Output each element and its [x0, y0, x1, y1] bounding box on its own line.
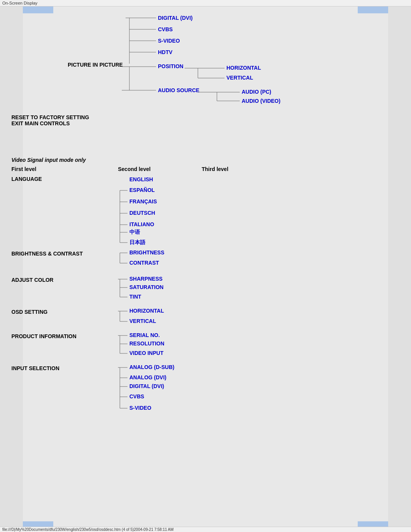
- section1: DIGITAL (DVI) CVBS S-VIDEO HDTV PICTURE …: [11, 14, 400, 126]
- osd-setting-row: OSD SETTING HORIZONTAL VERTICAL: [11, 308, 400, 330]
- input-selection-row: INPUT SELECTION ANALOG (D-SUB) ANALOG (D…: [11, 364, 400, 415]
- column-headers: First level Second level Third level: [11, 166, 400, 172]
- adjust-color-label: ADJUST COLOR: [11, 277, 53, 283]
- input-selection-label: INPUT SELECTION: [11, 365, 59, 371]
- product-info-first: PRODUCT INFORMATION: [11, 332, 118, 339]
- svg-text:BRIGHTNESS: BRIGHTNESS: [129, 250, 164, 256]
- hdtv-text: HDTV: [158, 49, 173, 55]
- brightness-row: BRIGHTNESS & CONTRAST BRIGHTNESS CONTRAS…: [11, 250, 400, 274]
- product-info-tree: SERIAL NO. RESOLUTION VIDEO INPUT: [118, 332, 202, 361]
- col-second-header: Second level: [118, 166, 202, 172]
- language-tree: ENGLISH ESPAÑOL FRANÇAIS DEUTSCH ITALIAN…: [118, 176, 202, 246]
- input-selection-first: INPUT SELECTION: [11, 364, 118, 371]
- product-info-second: SERIAL NO. RESOLUTION VIDEO INPUT: [118, 332, 202, 362]
- section2: Video Signal input mode only First level…: [11, 157, 400, 415]
- position-label: POSITION: [158, 63, 183, 69]
- adjust-color-row: ADJUST COLOR SHARPNESS SATURATION TINT: [11, 276, 400, 306]
- audio-pc-text: AUDIO (PC): [242, 89, 271, 95]
- status-text: file:///D|/My%20Documents/dfu/230W/engli…: [2, 527, 174, 532]
- osd-tree: HORIZONTAL VERTICAL: [118, 308, 202, 329]
- vertical-text: VERTICAL: [226, 75, 253, 81]
- svg-text:VERTICAL: VERTICAL: [129, 318, 156, 324]
- adjust-color-first: ADJUST COLOR: [11, 276, 118, 283]
- adjust-color-second: SHARPNESS SATURATION TINT: [118, 276, 202, 306]
- osd-setting-first: OSD SETTING: [11, 308, 118, 315]
- col-third-header: Third level: [202, 166, 278, 172]
- mode-note-text: Video Signal input mode only: [11, 157, 86, 163]
- adjust-color-tree: SHARPNESS SATURATION TINT: [118, 276, 202, 305]
- brightness-tree: BRIGHTNESS CONTRAST: [118, 250, 202, 273]
- section1-tree: DIGITAL (DVI) CVBS S-VIDEO HDTV PICTURE …: [11, 14, 335, 128]
- col-first-text: First level: [11, 166, 36, 172]
- svg-text:ENGLISH: ENGLISH: [129, 176, 153, 182]
- col-second-text: Second level: [118, 166, 151, 172]
- svg-text:ESPAÑOL: ESPAÑOL: [129, 187, 155, 193]
- product-info-label: PRODUCT INFORMATION: [11, 333, 76, 339]
- exit-label: EXIT MAIN CONTROLS: [11, 120, 70, 126]
- svg-text:DIGITAL (DVI): DIGITAL (DVI): [129, 383, 164, 389]
- input-selection-second: ANALOG (D-SUB) ANALOG (DVI) DIGITAL (DVI…: [118, 364, 202, 415]
- svg-text:SHARPNESS: SHARPNESS: [129, 276, 162, 282]
- svg-text:ANALOG (DVI): ANALOG (DVI): [129, 374, 166, 380]
- spacer: [11, 126, 400, 157]
- svg-text:SERIAL NO.: SERIAL NO.: [129, 332, 160, 338]
- reset-label: RESET TO FACTORY SETTING: [11, 114, 89, 120]
- product-info-row: PRODUCT INFORMATION SERIAL NO. RESOLUTIO…: [11, 332, 400, 362]
- title-bar: On-Screen Display: [0, 0, 411, 6]
- input-selection-tree: ANALOG (D-SUB) ANALOG (DVI) DIGITAL (DVI…: [118, 364, 202, 414]
- pip-label: PICTURE IN PICTURE: [68, 62, 123, 68]
- horizontal-text: HORIZONTAL: [226, 65, 261, 71]
- audio-source-label: AUDIO SOURCE: [158, 87, 199, 93]
- language-first: LANGUAGE: [11, 176, 118, 182]
- svg-text:RESOLUTION: RESOLUTION: [129, 340, 164, 347]
- svg-text:CONTRAST: CONTRAST: [129, 260, 159, 266]
- osd-setting-second: HORIZONTAL VERTICAL: [118, 308, 202, 330]
- svg-text:中语: 中语: [129, 229, 140, 235]
- cvbs-text: CVBS: [158, 26, 173, 32]
- brightness-second: BRIGHTNESS CONTRAST: [118, 250, 202, 274]
- language-second: ENGLISH ESPAÑOL FRANÇAIS DEUTSCH ITALIAN…: [118, 176, 202, 248]
- audio-video-text: AUDIO (VIDEO): [242, 98, 280, 104]
- svg-text:HORIZONTAL: HORIZONTAL: [129, 308, 164, 314]
- svg-text:S-VIDEO: S-VIDEO: [129, 405, 151, 411]
- svg-text:日本語: 日本語: [129, 239, 146, 245]
- mode-note: Video Signal input mode only: [11, 157, 400, 163]
- brightness-label: BRIGHTNESS & CONTRAST: [11, 251, 83, 257]
- status-bar: file:///D|/My%20Documents/dfu/230W/engli…: [0, 527, 411, 532]
- language-row: LANGUAGE ENGLISH ESPAÑOL: [11, 176, 400, 248]
- svg-text:TINT: TINT: [129, 294, 142, 300]
- svg-text:ITALIANO: ITALIANO: [129, 221, 154, 227]
- osd-setting-label: OSD SETTING: [11, 309, 48, 315]
- svg-text:FRANÇAIS: FRANÇAIS: [129, 198, 157, 204]
- col-first-header: First level: [11, 166, 118, 172]
- svg-text:ANALOG (D-SUB): ANALOG (D-SUB): [129, 364, 174, 370]
- svg-text:CVBS: CVBS: [129, 393, 144, 399]
- content-area: DIGITAL (DVI) CVBS S-VIDEO HDTV PICTURE …: [0, 6, 411, 421]
- language-label: LANGUAGE: [11, 176, 42, 182]
- col-third-text: Third level: [202, 166, 228, 172]
- svideo-text: S-VIDEO: [158, 38, 180, 44]
- svg-text:DEUTSCH: DEUTSCH: [129, 210, 155, 216]
- svg-text:VIDEO INPUT: VIDEO INPUT: [129, 350, 164, 356]
- title-text: On-Screen Display: [2, 1, 37, 5]
- brightness-first: BRIGHTNESS & CONTRAST: [11, 250, 118, 257]
- digital-dvi-text: DIGITAL (DVI): [158, 15, 193, 21]
- svg-text:SATURATION: SATURATION: [129, 284, 164, 290]
